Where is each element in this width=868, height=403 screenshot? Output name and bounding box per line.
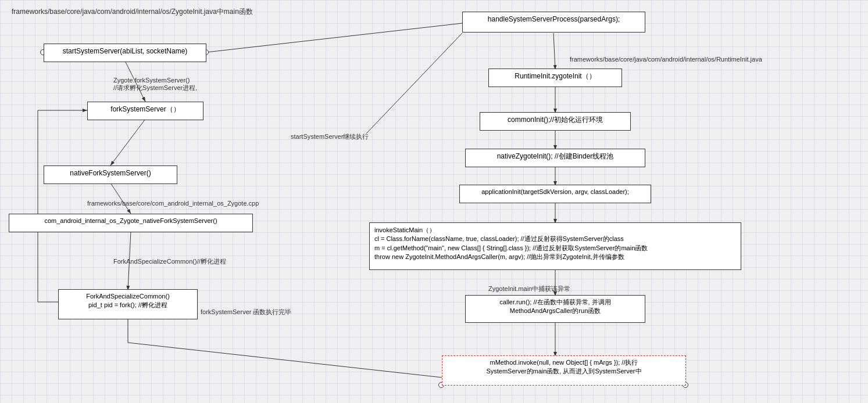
label-fork-done: forkSystemServer 函数执行完毕	[201, 308, 291, 316]
label-cpp-file: frameworks/base/core/com_android_interna…	[87, 200, 259, 207]
box-fork-system-server: forkSystemServer（）	[87, 102, 203, 120]
box-fork-specialize: ForkAndSpecializeCommon() pid_t pid = fo…	[58, 289, 198, 319]
svg-line-4	[110, 183, 131, 214]
box-caller-run: caller.run(); //在函数中捕获异常, 并调用 MethodAndA…	[465, 295, 645, 323]
box-runtime-init: RuntimeInit.zygoteInit（）	[488, 69, 622, 87]
box-common-init: commonInit();//初始化运行环境	[480, 112, 631, 131]
box-com-android: com_android_internal_os_Zygote_nativeFor…	[9, 214, 253, 232]
box-handle-system-server: handleSystemServerProcess(parsedArgs);	[462, 12, 645, 33]
label-zygote-fork: Zygote.forkSystemServer() //请求孵化SystemSe…	[113, 70, 197, 92]
label-fork-specialize: ForkAndSpecializeCommon()//孵化进程	[113, 257, 226, 266]
box-native-fork: nativeForkSystemServer()	[44, 165, 177, 184]
box-native-zygote-init: nativeZygoteInit(); //创建Binder线程池	[465, 149, 645, 167]
svg-line-6	[206, 23, 462, 52]
title-left: frameworks/base/core/java/com/android/in…	[12, 7, 253, 17]
box-application-init: applicationInit(targetSdkVersion, argv, …	[459, 185, 651, 203]
svg-line-7	[366, 33, 462, 134]
diagram-canvas: frameworks/base/core/java/com/android/in…	[0, 0, 868, 403]
svg-line-16	[128, 343, 442, 377]
label-start-continue: startSystemServer继续执行	[291, 132, 369, 141]
box-start-system-server: startSystemServer(abiList, socketName)	[44, 44, 206, 62]
box-mmethod-invoke: mMethod.invoke(null, new Object[] { mArg…	[442, 355, 686, 386]
label-zygoteinit-catch: ZygoteInit.main中捕获该异常	[488, 285, 570, 293]
svg-line-3	[110, 119, 145, 165]
box-invoke-static-main: invokeStaticMain（） cl = Class.forName(cl…	[369, 222, 741, 270]
title-right: frameworks/base/core/java/com/android/in…	[570, 56, 762, 63]
svg-line-8	[553, 33, 555, 70]
